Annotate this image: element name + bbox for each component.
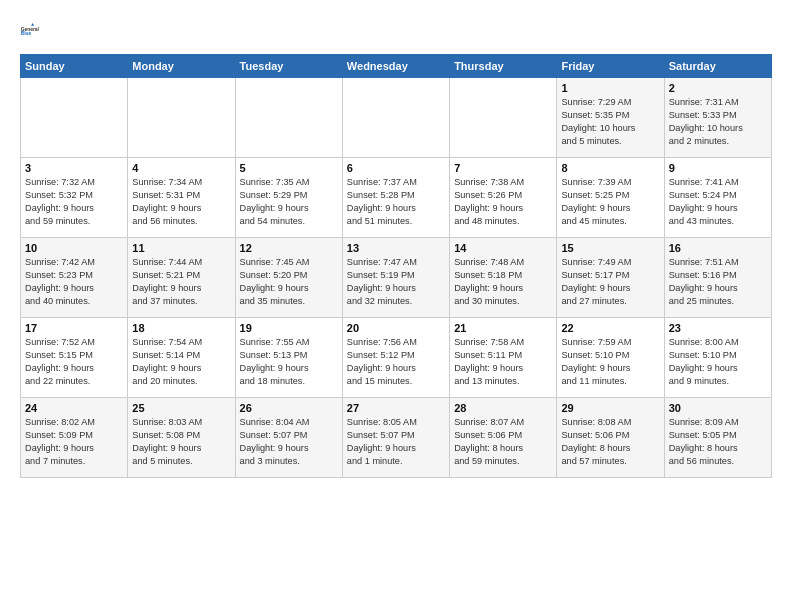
- day-info: Sunrise: 7:42 AMSunset: 5:23 PMDaylight:…: [25, 256, 123, 308]
- calendar-cell: 16Sunrise: 7:51 AMSunset: 5:16 PMDayligh…: [664, 238, 771, 318]
- calendar-cell: [235, 78, 342, 158]
- calendar-cell: 7Sunrise: 7:38 AMSunset: 5:26 PMDaylight…: [450, 158, 557, 238]
- day-number: 16: [669, 242, 767, 254]
- calendar-cell: 3Sunrise: 7:32 AMSunset: 5:32 PMDaylight…: [21, 158, 128, 238]
- day-info: Sunrise: 7:34 AMSunset: 5:31 PMDaylight:…: [132, 176, 230, 228]
- day-info: Sunrise: 7:41 AMSunset: 5:24 PMDaylight:…: [669, 176, 767, 228]
- svg-text:Blue: Blue: [21, 31, 32, 36]
- calendar-cell: 28Sunrise: 8:07 AMSunset: 5:06 PMDayligh…: [450, 398, 557, 478]
- day-number: 26: [240, 402, 338, 414]
- day-number: 9: [669, 162, 767, 174]
- weekday-header-tuesday: Tuesday: [235, 55, 342, 78]
- weekday-header-saturday: Saturday: [664, 55, 771, 78]
- calendar-cell: 17Sunrise: 7:52 AMSunset: 5:15 PMDayligh…: [21, 318, 128, 398]
- calendar-cell: 20Sunrise: 7:56 AMSunset: 5:12 PMDayligh…: [342, 318, 449, 398]
- day-info: Sunrise: 7:47 AMSunset: 5:19 PMDaylight:…: [347, 256, 445, 308]
- day-info: Sunrise: 7:38 AMSunset: 5:26 PMDaylight:…: [454, 176, 552, 228]
- day-info: Sunrise: 7:31 AMSunset: 5:33 PMDaylight:…: [669, 96, 767, 148]
- svg-marker-2: [31, 23, 34, 26]
- calendar-cell: 14Sunrise: 7:48 AMSunset: 5:18 PMDayligh…: [450, 238, 557, 318]
- weekday-header-wednesday: Wednesday: [342, 55, 449, 78]
- day-info: Sunrise: 7:29 AMSunset: 5:35 PMDaylight:…: [561, 96, 659, 148]
- day-number: 5: [240, 162, 338, 174]
- calendar-week-1: 1Sunrise: 7:29 AMSunset: 5:35 PMDaylight…: [21, 78, 772, 158]
- day-number: 24: [25, 402, 123, 414]
- day-info: Sunrise: 7:55 AMSunset: 5:13 PMDaylight:…: [240, 336, 338, 388]
- weekday-header-friday: Friday: [557, 55, 664, 78]
- calendar-cell: [342, 78, 449, 158]
- day-info: Sunrise: 7:51 AMSunset: 5:16 PMDaylight:…: [669, 256, 767, 308]
- day-info: Sunrise: 7:48 AMSunset: 5:18 PMDaylight:…: [454, 256, 552, 308]
- day-number: 21: [454, 322, 552, 334]
- calendar-cell: 11Sunrise: 7:44 AMSunset: 5:21 PMDayligh…: [128, 238, 235, 318]
- calendar-week-5: 24Sunrise: 8:02 AMSunset: 5:09 PMDayligh…: [21, 398, 772, 478]
- day-number: 1: [561, 82, 659, 94]
- calendar-table: SundayMondayTuesdayWednesdayThursdayFrid…: [20, 54, 772, 478]
- day-info: Sunrise: 7:35 AMSunset: 5:29 PMDaylight:…: [240, 176, 338, 228]
- day-number: 30: [669, 402, 767, 414]
- day-info: Sunrise: 8:04 AMSunset: 5:07 PMDaylight:…: [240, 416, 338, 468]
- day-number: 22: [561, 322, 659, 334]
- day-number: 29: [561, 402, 659, 414]
- day-info: Sunrise: 8:07 AMSunset: 5:06 PMDaylight:…: [454, 416, 552, 468]
- day-info: Sunrise: 7:39 AMSunset: 5:25 PMDaylight:…: [561, 176, 659, 228]
- calendar-cell: 25Sunrise: 8:03 AMSunset: 5:08 PMDayligh…: [128, 398, 235, 478]
- day-info: Sunrise: 8:09 AMSunset: 5:05 PMDaylight:…: [669, 416, 767, 468]
- calendar-cell: 6Sunrise: 7:37 AMSunset: 5:28 PMDaylight…: [342, 158, 449, 238]
- day-info: Sunrise: 7:52 AMSunset: 5:15 PMDaylight:…: [25, 336, 123, 388]
- calendar-week-2: 3Sunrise: 7:32 AMSunset: 5:32 PMDaylight…: [21, 158, 772, 238]
- calendar-cell: 9Sunrise: 7:41 AMSunset: 5:24 PMDaylight…: [664, 158, 771, 238]
- day-number: 17: [25, 322, 123, 334]
- calendar-cell: 19Sunrise: 7:55 AMSunset: 5:13 PMDayligh…: [235, 318, 342, 398]
- day-info: Sunrise: 7:59 AMSunset: 5:10 PMDaylight:…: [561, 336, 659, 388]
- calendar-cell: 10Sunrise: 7:42 AMSunset: 5:23 PMDayligh…: [21, 238, 128, 318]
- day-number: 11: [132, 242, 230, 254]
- day-number: 28: [454, 402, 552, 414]
- calendar-cell: 4Sunrise: 7:34 AMSunset: 5:31 PMDaylight…: [128, 158, 235, 238]
- day-number: 2: [669, 82, 767, 94]
- calendar-cell: 2Sunrise: 7:31 AMSunset: 5:33 PMDaylight…: [664, 78, 771, 158]
- day-info: Sunrise: 8:05 AMSunset: 5:07 PMDaylight:…: [347, 416, 445, 468]
- day-number: 25: [132, 402, 230, 414]
- day-info: Sunrise: 7:45 AMSunset: 5:20 PMDaylight:…: [240, 256, 338, 308]
- day-number: 7: [454, 162, 552, 174]
- calendar-cell: 23Sunrise: 8:00 AMSunset: 5:10 PMDayligh…: [664, 318, 771, 398]
- day-number: 20: [347, 322, 445, 334]
- calendar-week-3: 10Sunrise: 7:42 AMSunset: 5:23 PMDayligh…: [21, 238, 772, 318]
- logo-icon: General Blue: [20, 16, 48, 44]
- calendar-cell: 15Sunrise: 7:49 AMSunset: 5:17 PMDayligh…: [557, 238, 664, 318]
- day-info: Sunrise: 7:32 AMSunset: 5:32 PMDaylight:…: [25, 176, 123, 228]
- calendar-cell: 24Sunrise: 8:02 AMSunset: 5:09 PMDayligh…: [21, 398, 128, 478]
- calendar-cell: 1Sunrise: 7:29 AMSunset: 5:35 PMDaylight…: [557, 78, 664, 158]
- logo: General Blue: [20, 16, 48, 44]
- calendar-cell: 8Sunrise: 7:39 AMSunset: 5:25 PMDaylight…: [557, 158, 664, 238]
- day-info: Sunrise: 7:37 AMSunset: 5:28 PMDaylight:…: [347, 176, 445, 228]
- day-info: Sunrise: 8:02 AMSunset: 5:09 PMDaylight:…: [25, 416, 123, 468]
- calendar-header-row: SundayMondayTuesdayWednesdayThursdayFrid…: [21, 55, 772, 78]
- day-info: Sunrise: 7:49 AMSunset: 5:17 PMDaylight:…: [561, 256, 659, 308]
- day-number: 19: [240, 322, 338, 334]
- weekday-header-monday: Monday: [128, 55, 235, 78]
- day-info: Sunrise: 7:58 AMSunset: 5:11 PMDaylight:…: [454, 336, 552, 388]
- calendar-cell: 13Sunrise: 7:47 AMSunset: 5:19 PMDayligh…: [342, 238, 449, 318]
- day-number: 3: [25, 162, 123, 174]
- day-number: 23: [669, 322, 767, 334]
- day-number: 6: [347, 162, 445, 174]
- day-info: Sunrise: 7:44 AMSunset: 5:21 PMDaylight:…: [132, 256, 230, 308]
- day-number: 15: [561, 242, 659, 254]
- weekday-header-sunday: Sunday: [21, 55, 128, 78]
- calendar-cell: 5Sunrise: 7:35 AMSunset: 5:29 PMDaylight…: [235, 158, 342, 238]
- calendar-cell: 30Sunrise: 8:09 AMSunset: 5:05 PMDayligh…: [664, 398, 771, 478]
- day-number: 12: [240, 242, 338, 254]
- day-number: 4: [132, 162, 230, 174]
- calendar-cell: [450, 78, 557, 158]
- day-number: 13: [347, 242, 445, 254]
- calendar-cell: [21, 78, 128, 158]
- calendar-cell: 26Sunrise: 8:04 AMSunset: 5:07 PMDayligh…: [235, 398, 342, 478]
- day-info: Sunrise: 8:03 AMSunset: 5:08 PMDaylight:…: [132, 416, 230, 468]
- calendar-cell: 27Sunrise: 8:05 AMSunset: 5:07 PMDayligh…: [342, 398, 449, 478]
- calendar-cell: 21Sunrise: 7:58 AMSunset: 5:11 PMDayligh…: [450, 318, 557, 398]
- day-number: 27: [347, 402, 445, 414]
- calendar-cell: 12Sunrise: 7:45 AMSunset: 5:20 PMDayligh…: [235, 238, 342, 318]
- day-number: 8: [561, 162, 659, 174]
